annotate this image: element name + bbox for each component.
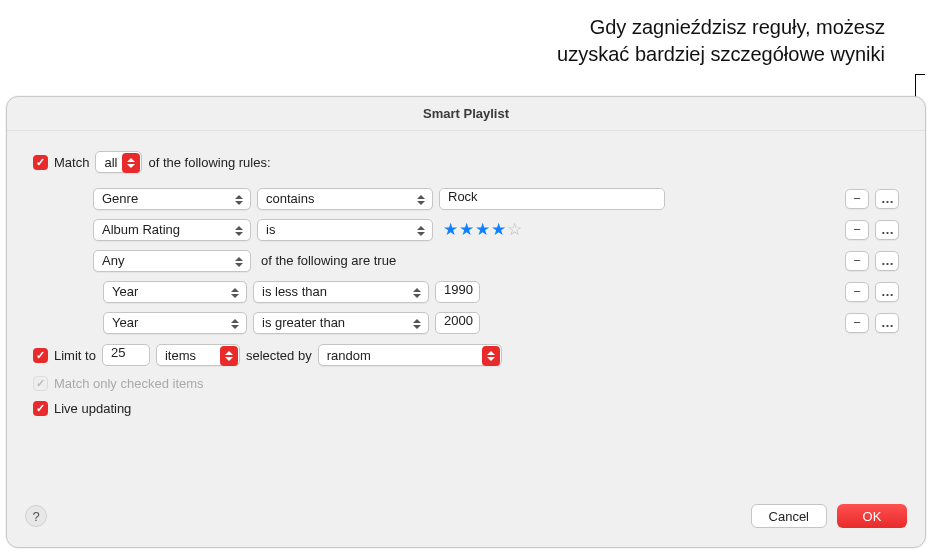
- rule-row: GenrecontainsRock−…: [93, 183, 899, 214]
- rule-field-popup[interactable]: Genre: [93, 188, 251, 210]
- stepper-icon: [230, 253, 248, 271]
- rule-operator-label: is: [266, 222, 275, 237]
- rule-more-button[interactable]: …: [875, 282, 899, 302]
- limit-method-popup[interactable]: random: [318, 344, 502, 366]
- dialog-footer: ? Cancel OK: [7, 495, 925, 547]
- match-checkbox[interactable]: ✓: [33, 155, 48, 170]
- rule-row: Anyof the following are true−…: [93, 245, 899, 276]
- rule-more-button[interactable]: …: [875, 313, 899, 333]
- rule-operator-popup[interactable]: is less than: [253, 281, 429, 303]
- rule-remove-button[interactable]: −: [845, 313, 869, 333]
- limit-mid-label: selected by: [246, 348, 312, 363]
- rule-remove-button[interactable]: −: [845, 189, 869, 209]
- annotation-line-2: uzyskać bardziej szczegółowe wyniki: [557, 41, 885, 68]
- rule-operator-popup[interactable]: is greater than: [253, 312, 429, 334]
- options-section: ✓ Limit to 25 items selected by random ✓…: [33, 344, 899, 416]
- rule-field-label: Any: [102, 253, 124, 268]
- rules-list: GenrecontainsRock−…Album Ratingis★★★★☆−……: [33, 183, 899, 338]
- limit-checkbox[interactable]: ✓: [33, 348, 48, 363]
- limit-row: ✓ Limit to 25 items selected by random: [33, 344, 899, 366]
- rule-operator-label: is greater than: [262, 315, 345, 330]
- live-updating-row: ✓ Live updating: [33, 401, 899, 416]
- rule-more-button[interactable]: …: [875, 189, 899, 209]
- rule-stars-input[interactable]: ★★★★☆: [443, 219, 523, 240]
- smart-playlist-dialog: Smart Playlist ✓ Match all of the follow…: [6, 96, 926, 548]
- rule-group-label: of the following are true: [261, 253, 396, 268]
- rule-field-popup[interactable]: Album Rating: [93, 219, 251, 241]
- only-checked-row: ✓ Match only checked items: [33, 376, 899, 391]
- limit-pre-label: Limit to: [54, 348, 96, 363]
- stepper-icon: [220, 346, 238, 366]
- rule-field-label: Genre: [102, 191, 138, 206]
- stepper-icon: [230, 191, 248, 209]
- match-row: ✓ Match all of the following rules:: [33, 151, 899, 173]
- rule-field-popup[interactable]: Year: [103, 312, 247, 334]
- stepper-icon: [408, 284, 426, 302]
- only-checked-checkbox: ✓: [33, 376, 48, 391]
- rule-row: Yearis less than1990−…: [103, 276, 899, 307]
- ok-button[interactable]: OK: [837, 504, 907, 528]
- rule-number-input[interactable]: 2000: [435, 312, 480, 334]
- match-qualifier-label: all: [104, 155, 117, 170]
- dialog-title: Smart Playlist: [7, 97, 925, 131]
- rule-field-popup[interactable]: Any: [93, 250, 251, 272]
- help-button[interactable]: ?: [25, 505, 47, 527]
- cancel-button[interactable]: Cancel: [751, 504, 827, 528]
- stepper-icon: [122, 153, 140, 173]
- stepper-icon: [412, 191, 430, 209]
- rule-text-input[interactable]: Rock: [439, 188, 665, 210]
- annotation-caption: Gdy zagnieździsz reguły, możesz uzyskać …: [557, 14, 885, 68]
- rule-remove-button[interactable]: −: [845, 220, 869, 240]
- rule-operator-label: contains: [266, 191, 314, 206]
- annotation-line-1: Gdy zagnieździsz reguły, możesz: [557, 14, 885, 41]
- live-updating-label: Live updating: [54, 401, 131, 416]
- rule-remove-button[interactable]: −: [845, 251, 869, 271]
- limit-unit-popup[interactable]: items: [156, 344, 240, 366]
- limit-unit-label: items: [165, 348, 196, 363]
- rule-field-popup[interactable]: Year: [103, 281, 247, 303]
- stepper-icon: [412, 222, 430, 240]
- rule-remove-button[interactable]: −: [845, 282, 869, 302]
- only-checked-label: Match only checked items: [54, 376, 204, 391]
- callout-line: [915, 74, 925, 75]
- match-post-label: of the following rules:: [148, 155, 270, 170]
- rule-field-label: Album Rating: [102, 222, 180, 237]
- rule-number-input[interactable]: 1990: [435, 281, 480, 303]
- rule-more-button[interactable]: …: [875, 220, 899, 240]
- rule-operator-label: is less than: [262, 284, 327, 299]
- match-qualifier-popup[interactable]: all: [95, 151, 142, 173]
- match-pre-label: Match: [54, 155, 89, 170]
- live-updating-checkbox[interactable]: ✓: [33, 401, 48, 416]
- stepper-icon: [482, 346, 500, 366]
- dialog-content: ✓ Match all of the following rules: Genr…: [7, 131, 925, 416]
- stepper-icon: [230, 222, 248, 240]
- stepper-icon: [226, 315, 244, 333]
- limit-method-label: random: [327, 348, 371, 363]
- rule-row: Yearis greater than2000−…: [103, 307, 899, 338]
- rule-more-button[interactable]: …: [875, 251, 899, 271]
- stepper-icon: [226, 284, 244, 302]
- rule-row: Album Ratingis★★★★☆−…: [93, 214, 899, 245]
- stepper-icon: [408, 315, 426, 333]
- limit-value-input[interactable]: 25: [102, 344, 150, 366]
- rule-operator-popup[interactable]: is: [257, 219, 433, 241]
- rule-field-label: Year: [112, 284, 138, 299]
- rule-operator-popup[interactable]: contains: [257, 188, 433, 210]
- rule-field-label: Year: [112, 315, 138, 330]
